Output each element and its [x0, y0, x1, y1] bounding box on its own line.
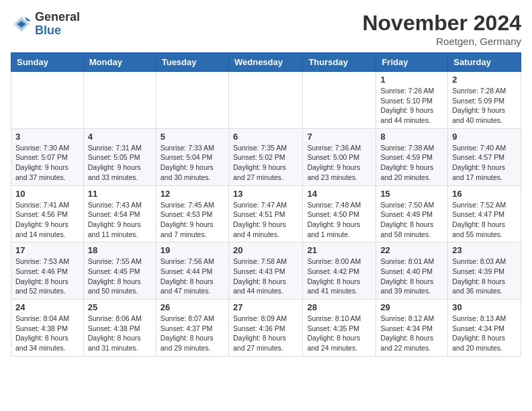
- calendar-cell: 21Sunrise: 8:00 AM Sunset: 4:42 PM Dayli…: [303, 242, 376, 300]
- day-number: 22: [380, 245, 443, 255]
- calendar-cell: 20Sunrise: 7:58 AM Sunset: 4:43 PM Dayli…: [228, 242, 302, 300]
- day-number: 6: [233, 132, 298, 142]
- day-info: Sunrise: 8:00 AM Sunset: 4:42 PM Dayligh…: [307, 257, 371, 296]
- day-number: 3: [15, 132, 79, 142]
- day-number: 23: [452, 245, 517, 255]
- weekday-header-friday: Friday: [376, 53, 448, 72]
- calendar-cell: 27Sunrise: 8:09 AM Sunset: 4:36 PM Dayli…: [228, 300, 302, 357]
- day-info: Sunrise: 7:41 AM Sunset: 4:56 PM Dayligh…: [15, 200, 79, 240]
- calendar-cell: [11, 72, 84, 129]
- day-info: Sunrise: 7:47 AM Sunset: 4:51 PM Dayligh…: [233, 200, 298, 240]
- day-number: 20: [233, 245, 298, 255]
- calendar-cell: 6Sunrise: 7:35 AM Sunset: 5:02 PM Daylig…: [228, 128, 302, 185]
- calendar-cell: 16Sunrise: 7:52 AM Sunset: 4:47 PM Dayli…: [448, 185, 521, 242]
- day-info: Sunrise: 7:36 AM Sunset: 5:00 PM Dayligh…: [307, 143, 371, 183]
- day-info: Sunrise: 7:50 AM Sunset: 4:49 PM Dayligh…: [380, 200, 443, 240]
- calendar-cell: 11Sunrise: 7:43 AM Sunset: 4:54 PM Dayli…: [83, 185, 156, 242]
- weekday-header-thursday: Thursday: [303, 53, 376, 72]
- day-info: Sunrise: 7:43 AM Sunset: 4:54 PM Dayligh…: [88, 200, 152, 240]
- weekday-header-row: SundayMondayTuesdayWednesdayThursdayFrid…: [11, 53, 521, 72]
- day-info: Sunrise: 8:03 AM Sunset: 4:39 PM Dayligh…: [452, 257, 517, 296]
- day-number: 12: [161, 189, 224, 199]
- calendar-cell: 5Sunrise: 7:33 AM Sunset: 5:04 PM Daylig…: [156, 128, 228, 185]
- calendar-cell: [83, 72, 156, 129]
- calendar-table: SundayMondayTuesdayWednesdayThursdayFrid…: [11, 52, 521, 357]
- calendar-cell: 19Sunrise: 7:56 AM Sunset: 4:44 PM Dayli…: [156, 242, 228, 300]
- day-number: 5: [161, 132, 224, 142]
- logo-general: General: [35, 10, 80, 24]
- weekday-header-saturday: Saturday: [448, 53, 521, 72]
- day-number: 11: [88, 189, 152, 199]
- calendar-cell: 9Sunrise: 7:40 AM Sunset: 4:57 PM Daylig…: [448, 128, 521, 185]
- day-number: 17: [15, 245, 79, 255]
- day-info: Sunrise: 8:01 AM Sunset: 4:40 PM Dayligh…: [380, 257, 443, 296]
- day-info: Sunrise: 7:33 AM Sunset: 5:04 PM Dayligh…: [161, 143, 224, 183]
- logo-blue: Blue: [35, 24, 61, 37]
- day-info: Sunrise: 7:56 AM Sunset: 4:44 PM Dayligh…: [161, 257, 224, 296]
- calendar-cell: [303, 72, 376, 129]
- day-number: 13: [233, 189, 298, 199]
- day-number: 9: [452, 132, 517, 142]
- day-number: 14: [307, 189, 371, 199]
- weekday-header-monday: Monday: [83, 53, 156, 72]
- calendar-cell: 13Sunrise: 7:47 AM Sunset: 4:51 PM Dayli…: [228, 185, 302, 242]
- day-number: 26: [161, 302, 224, 312]
- day-number: 4: [88, 132, 152, 142]
- day-info: Sunrise: 7:40 AM Sunset: 4:57 PM Dayligh…: [452, 143, 517, 183]
- calendar-cell: 12Sunrise: 7:45 AM Sunset: 4:53 PM Dayli…: [156, 185, 228, 242]
- logo-icon: [11, 13, 32, 35]
- day-info: Sunrise: 7:52 AM Sunset: 4:47 PM Dayligh…: [452, 200, 517, 240]
- calendar-cell: 8Sunrise: 7:38 AM Sunset: 4:59 PM Daylig…: [376, 128, 448, 185]
- calendar-cell: 28Sunrise: 8:10 AM Sunset: 4:35 PM Dayli…: [303, 300, 376, 357]
- logo: General Blue: [11, 11, 80, 38]
- weekday-header-sunday: Sunday: [11, 53, 84, 72]
- week-row-3: 10Sunrise: 7:41 AM Sunset: 4:56 PM Dayli…: [11, 185, 521, 242]
- week-row-4: 17Sunrise: 7:53 AM Sunset: 4:46 PM Dayli…: [11, 242, 521, 300]
- weekday-header-tuesday: Tuesday: [156, 53, 228, 72]
- calendar-cell: 3Sunrise: 7:30 AM Sunset: 5:07 PM Daylig…: [11, 128, 84, 185]
- calendar-cell: [228, 72, 302, 129]
- day-info: Sunrise: 7:28 AM Sunset: 5:09 PM Dayligh…: [452, 86, 517, 126]
- day-number: 10: [15, 189, 79, 199]
- calendar-cell: 15Sunrise: 7:50 AM Sunset: 4:49 PM Dayli…: [376, 185, 448, 242]
- day-info: Sunrise: 7:58 AM Sunset: 4:43 PM Dayligh…: [233, 257, 298, 296]
- week-row-5: 24Sunrise: 8:04 AM Sunset: 4:38 PM Dayli…: [11, 300, 521, 357]
- day-number: 1: [380, 75, 443, 85]
- day-info: Sunrise: 8:06 AM Sunset: 4:38 PM Dayligh…: [88, 314, 152, 353]
- day-info: Sunrise: 7:48 AM Sunset: 4:50 PM Dayligh…: [307, 200, 371, 240]
- day-number: 18: [88, 245, 152, 255]
- day-info: Sunrise: 8:12 AM Sunset: 4:34 PM Dayligh…: [380, 314, 443, 353]
- day-number: 7: [307, 132, 371, 142]
- day-number: 21: [307, 245, 371, 255]
- day-number: 24: [15, 302, 79, 312]
- day-number: 28: [307, 302, 371, 312]
- location: Roetgen, Germany: [362, 36, 521, 47]
- week-row-1: 1Sunrise: 7:26 AM Sunset: 5:10 PM Daylig…: [11, 72, 521, 129]
- day-number: 8: [380, 132, 443, 142]
- title-block: November 2024 Roetgen, Germany: [362, 11, 521, 47]
- day-info: Sunrise: 7:55 AM Sunset: 4:45 PM Dayligh…: [88, 257, 152, 296]
- calendar-cell: 29Sunrise: 8:12 AM Sunset: 4:34 PM Dayli…: [376, 300, 448, 357]
- calendar-cell: 23Sunrise: 8:03 AM Sunset: 4:39 PM Dayli…: [448, 242, 521, 300]
- day-number: 30: [452, 302, 517, 312]
- calendar-cell: 26Sunrise: 8:07 AM Sunset: 4:37 PM Dayli…: [156, 300, 228, 357]
- day-info: Sunrise: 7:38 AM Sunset: 4:59 PM Dayligh…: [380, 143, 443, 183]
- day-number: 15: [380, 189, 443, 199]
- calendar-cell: 10Sunrise: 7:41 AM Sunset: 4:56 PM Dayli…: [11, 185, 84, 242]
- day-info: Sunrise: 8:07 AM Sunset: 4:37 PM Dayligh…: [161, 314, 224, 353]
- calendar-cell: 7Sunrise: 7:36 AM Sunset: 5:00 PM Daylig…: [303, 128, 376, 185]
- day-number: 2: [452, 75, 517, 85]
- calendar-cell: 18Sunrise: 7:55 AM Sunset: 4:45 PM Dayli…: [83, 242, 156, 300]
- calendar-cell: 24Sunrise: 8:04 AM Sunset: 4:38 PM Dayli…: [11, 300, 84, 357]
- day-info: Sunrise: 7:53 AM Sunset: 4:46 PM Dayligh…: [15, 257, 79, 296]
- day-info: Sunrise: 7:26 AM Sunset: 5:10 PM Dayligh…: [380, 86, 443, 126]
- weekday-header-wednesday: Wednesday: [228, 53, 302, 72]
- page-header: General Blue November 2024 Roetgen, Germ…: [11, 11, 521, 47]
- calendar-cell: [156, 72, 228, 129]
- day-info: Sunrise: 7:30 AM Sunset: 5:07 PM Dayligh…: [15, 143, 79, 183]
- day-number: 29: [380, 302, 443, 312]
- logo-text: General Blue: [35, 11, 80, 38]
- week-row-2: 3Sunrise: 7:30 AM Sunset: 5:07 PM Daylig…: [11, 128, 521, 185]
- calendar-cell: 22Sunrise: 8:01 AM Sunset: 4:40 PM Dayli…: [376, 242, 448, 300]
- day-number: 25: [88, 302, 152, 312]
